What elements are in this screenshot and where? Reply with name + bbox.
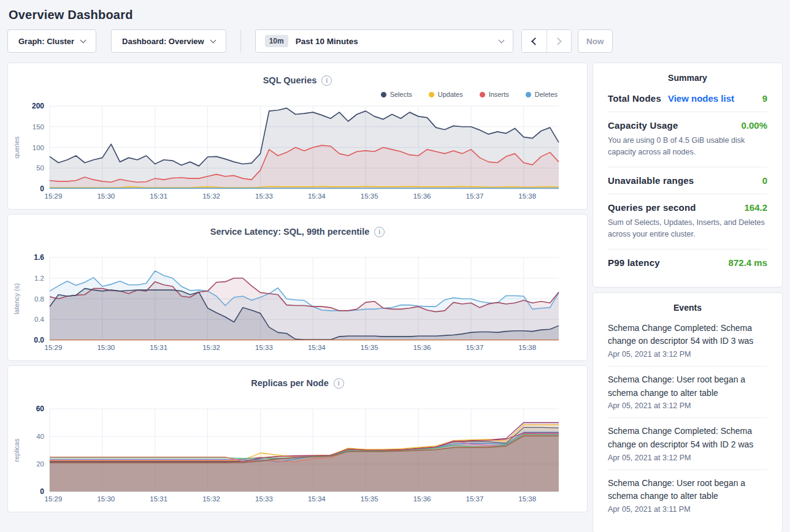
svg-text:150: 150 — [33, 123, 44, 131]
chevron-down-icon — [210, 37, 216, 43]
legend-label: Inserts — [489, 91, 509, 98]
svg-text:15:36: 15:36 — [413, 495, 431, 503]
svg-text:100: 100 — [33, 144, 44, 151]
svg-text:15:30: 15:30 — [97, 495, 115, 503]
legend-dot-icon — [429, 92, 434, 97]
summary-label: Queries per second — [608, 202, 696, 213]
legend-item-deletes[interactable]: Deletes — [526, 91, 558, 98]
next-range-button[interactable] — [546, 30, 571, 52]
svg-text:0.0: 0.0 — [34, 336, 44, 344]
info-icon[interactable]: i — [334, 378, 344, 389]
chart-title: Service Latency: SQL, 99th percentile — [210, 227, 370, 237]
legend-dot-icon — [381, 92, 386, 97]
info-icon[interactable]: i — [321, 75, 332, 86]
legend-item-selects[interactable]: Selects — [381, 91, 412, 98]
sql-queries-chart[interactable]: 05010015020015:2915:3015:3115:3215:3315:… — [9, 101, 586, 204]
event-message: Schema Change: User root began a schema … — [608, 477, 767, 503]
svg-text:15:33: 15:33 — [255, 192, 273, 200]
summary-note: You are using 0 B of 4.5 GiB usable disk… — [608, 135, 767, 159]
svg-text:15:38: 15:38 — [518, 495, 536, 503]
svg-text:15:35: 15:35 — [361, 344, 378, 351]
svg-text:15:36: 15:36 — [413, 192, 431, 200]
svg-text:15:33: 15:33 — [255, 495, 273, 503]
summary-value: 872.4 ms — [729, 257, 767, 268]
svg-text:queries: queries — [13, 136, 20, 159]
event-item[interactable]: Schema Change: User root began a schema … — [608, 469, 767, 521]
chart-title: SQL Queries — [263, 75, 317, 85]
chevron-right-icon — [554, 37, 562, 45]
svg-text:15:37: 15:37 — [466, 495, 484, 503]
service-latency-chart[interactable]: 0.00.40.81.21.615:2915:3015:3115:3215:33… — [9, 253, 586, 355]
svg-text:0: 0 — [40, 184, 44, 193]
prev-range-button[interactable] — [522, 30, 546, 52]
info-icon[interactable]: i — [374, 227, 385, 237]
svg-text:15:33: 15:33 — [255, 344, 273, 351]
dashboard-dropdown[interactable]: Dashboard: Overview — [111, 29, 226, 53]
svg-text:200: 200 — [32, 102, 44, 110]
view-nodes-link[interactable]: View nodes list — [668, 93, 734, 104]
svg-text:replicas: replicas — [13, 438, 20, 462]
summary-note: Sum of Selects, Updates, Inserts, and De… — [608, 217, 767, 241]
event-timestamp: Apr 05, 2021 at 3:12 PM — [608, 401, 767, 410]
summary-row: Unavailable ranges0 — [608, 167, 767, 194]
chart-plot[interactable]: 020406015:2915:3015:3115:3215:3315:3415:… — [9, 404, 586, 504]
svg-text:15:31: 15:31 — [150, 344, 167, 351]
summary-value: 9 — [762, 93, 767, 104]
summary-label: P99 latency — [608, 257, 660, 268]
svg-text:15:34: 15:34 — [308, 495, 326, 503]
legend-label: Deletes — [535, 91, 558, 98]
graph-dropdown[interactable]: Graph: Cluster — [7, 29, 96, 53]
chart-legend — [9, 390, 586, 404]
chart-plot[interactable]: 05010015020015:2915:3015:3115:3215:3315:… — [9, 101, 586, 202]
svg-text:15:34: 15:34 — [308, 344, 326, 351]
event-item[interactable]: Schema Change Completed: Schema change o… — [608, 417, 767, 469]
event-item[interactable]: Schema Change: User root began a schema … — [608, 366, 767, 417]
svg-text:50: 50 — [36, 164, 44, 172]
graph-dropdown-label: Graph: Cluster — [18, 37, 74, 46]
svg-text:15:32: 15:32 — [202, 192, 220, 200]
svg-text:0.8: 0.8 — [34, 295, 44, 303]
time-range-picker[interactable]: 10m Past 10 Minutes — [255, 29, 513, 53]
replicas-per-node-chart[interactable]: 020406015:2915:3015:3115:3215:3315:3415:… — [9, 404, 586, 507]
summary-row: P99 latency872.4 ms — [608, 249, 767, 276]
chart-head: SQL Queries i — [9, 63, 586, 88]
svg-text:15:29: 15:29 — [45, 192, 63, 200]
event-timestamp: Apr 05, 2021 at 3:12 PM — [608, 350, 767, 359]
chart-head: Replicas per Node i — [9, 366, 586, 390]
summary-heading: Summary — [608, 73, 767, 83]
event-item[interactable]: Schema Change Completed: Schema change o… — [608, 315, 767, 366]
summary-row: Total NodesView nodes list9 — [608, 85, 767, 112]
svg-text:15:37: 15:37 — [466, 344, 484, 351]
svg-text:0: 0 — [40, 487, 44, 496]
svg-text:60: 60 — [36, 405, 45, 413]
legend-label: Updates — [438, 91, 463, 98]
now-button[interactable]: Now — [578, 29, 613, 53]
legend-item-updates[interactable]: Updates — [429, 91, 463, 98]
svg-text:15:35: 15:35 — [361, 192, 378, 200]
legend-item-inserts[interactable]: Inserts — [480, 91, 509, 98]
summary-value: 164.2 — [744, 202, 767, 213]
svg-text:15:31: 15:31 — [150, 495, 167, 503]
page-header: Overview Dashboard — [0, 0, 790, 23]
svg-text:15:30: 15:30 — [97, 192, 115, 200]
svg-text:15:31: 15:31 — [150, 192, 167, 200]
sql-queries-panel: SQL Queries i SelectsUpdatesInsertsDelet… — [7, 63, 588, 210]
summary-row: Queries per second164.2Sum of Selects, U… — [608, 194, 767, 249]
svg-text:15:29: 15:29 — [45, 344, 63, 351]
svg-text:1.2: 1.2 — [34, 275, 44, 282]
sidebar: Summary Total NodesView nodes list9Capac… — [592, 63, 783, 532]
summary-label: Unavailable ranges — [608, 175, 694, 186]
summary-row: Capacity Usage0.00%You are using 0 B of … — [608, 112, 767, 167]
svg-text:15:36: 15:36 — [413, 344, 431, 351]
svg-text:40: 40 — [36, 433, 44, 440]
svg-text:15:35: 15:35 — [361, 495, 378, 503]
legend-dot-icon — [480, 92, 485, 97]
toolbar: Graph: Cluster Dashboard: Overview 10m P… — [0, 23, 790, 63]
chart-plot[interactable]: 0.00.40.81.21.615:2915:3015:3115:3215:33… — [9, 253, 586, 353]
dashboard-dropdown-label: Dashboard: Overview — [122, 37, 204, 46]
toolbar-divider — [240, 29, 241, 53]
svg-text:15:32: 15:32 — [202, 344, 220, 351]
legend-label: Selects — [390, 91, 412, 98]
event-message: Schema Change Completed: Schema change o… — [608, 425, 767, 451]
summary-panel: Summary Total NodesView nodes list9Capac… — [592, 63, 783, 287]
